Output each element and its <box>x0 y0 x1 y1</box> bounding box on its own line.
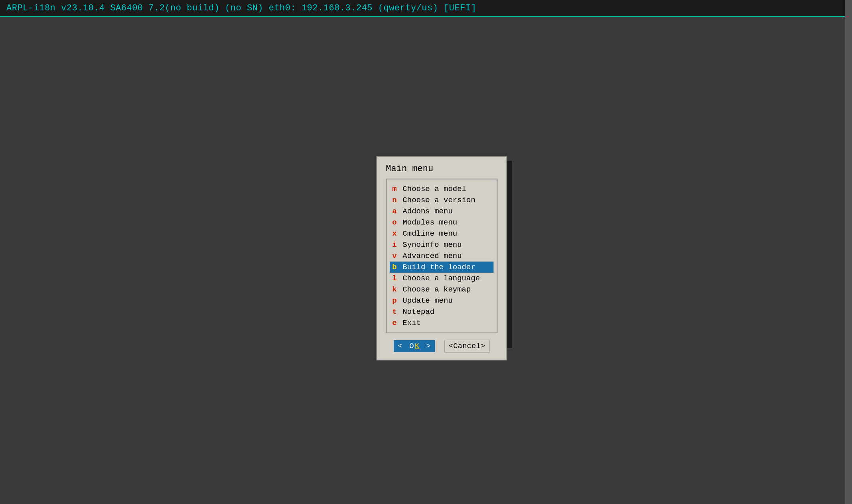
menu-label-e: Exit <box>402 319 421 327</box>
menu-label-t: Notepad <box>402 307 434 316</box>
dialog-title: Main menu <box>386 164 497 174</box>
ok-arrow-left: < <box>398 342 402 350</box>
ok-space2 <box>420 342 424 350</box>
menu-label-m: Choose a model <box>402 185 466 193</box>
menu-item-k[interactable]: kChoose a keymap <box>390 284 493 295</box>
menu-key-k: k <box>392 285 399 294</box>
menu-item-m[interactable]: mChoose a model <box>390 183 493 195</box>
menu-label-v: Advanced menu <box>402 252 461 260</box>
menu-key-i: i <box>392 240 399 249</box>
menu-key-e: e <box>392 319 399 327</box>
menu-key-t: t <box>392 307 399 316</box>
ok-space <box>404 342 408 350</box>
menu-item-e[interactable]: eExit <box>390 317 493 329</box>
menu-list-box: mChoose a modelnChoose a versionaAddons … <box>386 179 497 333</box>
menu-key-x: x <box>392 229 399 238</box>
menu-key-a: a <box>392 207 399 216</box>
menu-item-t[interactable]: tNotepad <box>390 306 493 317</box>
menu-label-k: Choose a keymap <box>402 285 471 294</box>
ok-k: K <box>415 342 419 350</box>
cancel-button[interactable]: <Cancel> <box>444 340 489 352</box>
ok-arrow-right: > <box>426 342 431 350</box>
menu-label-n: Choose a version <box>402 196 475 205</box>
menu-key-v: v <box>392 252 399 260</box>
menu-item-a[interactable]: aAddons menu <box>390 206 493 217</box>
menu-key-b: b <box>392 263 399 272</box>
menu-label-i: Synoinfo menu <box>402 240 461 249</box>
status-text: ARPL-i18n v23.10.4 SA6400 7.2(no build) … <box>6 3 476 13</box>
menu-key-n: n <box>392 196 399 205</box>
menu-label-p: Update menu <box>402 296 452 305</box>
status-bar: ARPL-i18n v23.10.4 SA6400 7.2(no build) … <box>0 0 852 17</box>
menu-item-p[interactable]: pUpdate menu <box>390 295 493 306</box>
menu-item-x[interactable]: xCmdline menu <box>390 228 493 239</box>
menu-label-x: Cmdline menu <box>402 229 457 238</box>
scrollbar[interactable] <box>845 0 852 504</box>
ok-o: O <box>409 342 414 350</box>
menu-key-o: o <box>392 218 399 227</box>
menu-item-b[interactable]: bBuild the loader <box>390 262 493 273</box>
menu-item-n[interactable]: nChoose a version <box>390 195 493 206</box>
menu-label-a: Addons menu <box>402 207 452 216</box>
dialog-wrapper: Main menu mChoose a modelnChoose a versi… <box>376 156 507 360</box>
buttons-row: < O K > <Cancel> <box>386 340 497 352</box>
menu-item-o[interactable]: oModules menu <box>390 217 493 228</box>
menu-label-l: Choose a language <box>402 274 480 283</box>
menu-key-m: m <box>392 185 399 193</box>
main-menu-dialog: Main menu mChoose a modelnChoose a versi… <box>376 156 507 360</box>
menu-item-v[interactable]: vAdvanced menu <box>390 250 493 262</box>
menu-item-i[interactable]: iSynoinfo menu <box>390 239 493 250</box>
menu-label-o: Modules menu <box>402 218 457 227</box>
ok-button[interactable]: < O K > <box>394 340 435 352</box>
menu-item-l[interactable]: lChoose a language <box>390 273 493 284</box>
menu-key-p: p <box>392 296 399 305</box>
menu-label-b: Build the loader <box>402 263 475 272</box>
menu-key-l: l <box>392 274 399 283</box>
